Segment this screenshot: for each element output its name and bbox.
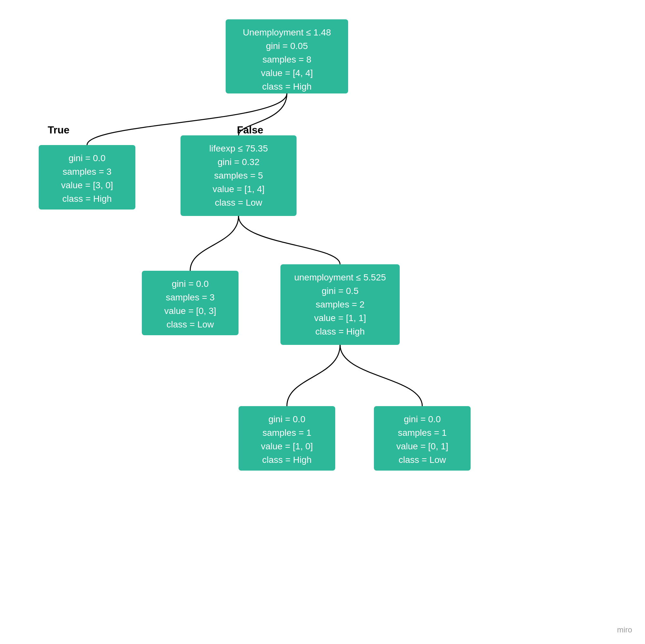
node-leaf-lr: gini = 0.0 samples = 1 value = [0, 1] cl… xyxy=(374,406,471,471)
node-r1r-line3: samples = 2 xyxy=(288,298,392,311)
node-r1r-line5: class = High xyxy=(288,325,392,339)
watermark: miro xyxy=(617,625,632,634)
node-right1-line4: value = [1, 4] xyxy=(188,182,289,196)
node-lr-line1: gini = 0.0 xyxy=(382,413,463,426)
node-root: Unemployment ≤ 1.48 gini = 0.05 samples … xyxy=(226,19,348,93)
node-left1-line3: value = [3, 0] xyxy=(46,179,128,192)
node-ll-line3: value = [1, 0] xyxy=(246,440,328,453)
node-left1-line4: class = High xyxy=(46,192,128,206)
false-label: False xyxy=(237,124,263,136)
node-r1r-line4: value = [1, 1] xyxy=(288,311,392,325)
node-lr-line3: value = [0, 1] xyxy=(382,440,463,453)
node-r1l-line4: class = Low xyxy=(150,318,231,331)
node-r1r-line1: unemployment ≤ 5.525 xyxy=(288,271,392,284)
node-right1-line2: gini = 0.32 xyxy=(188,155,289,169)
node-r1l-line3: value = [0, 3] xyxy=(150,304,231,318)
node-root-line3: samples = 8 xyxy=(233,53,341,66)
node-left1: gini = 0.0 samples = 3 value = [3, 0] cl… xyxy=(39,145,136,210)
node-left1-line1: gini = 0.0 xyxy=(46,152,128,165)
true-label: True xyxy=(48,124,70,136)
node-left1-line2: samples = 3 xyxy=(46,165,128,179)
node-ll-line1: gini = 0.0 xyxy=(246,413,328,426)
node-right1-line3: samples = 5 xyxy=(188,169,289,182)
tree-container: Unemployment ≤ 1.48 gini = 0.05 samples … xyxy=(0,0,645,644)
node-right1-right: unemployment ≤ 5.525 gini = 0.5 samples … xyxy=(280,264,400,345)
node-ll-line4: class = High xyxy=(246,453,328,467)
node-right1: lifeexp ≤ 75.35 gini = 0.32 samples = 5 … xyxy=(181,135,296,216)
node-root-line2: gini = 0.05 xyxy=(233,39,341,53)
node-root-line5: class = High xyxy=(233,80,341,93)
node-root-line1: Unemployment ≤ 1.48 xyxy=(233,26,341,39)
node-lr-line4: class = Low xyxy=(382,453,463,467)
node-lr-line2: samples = 1 xyxy=(382,426,463,440)
node-r1l-line2: samples = 3 xyxy=(150,291,231,304)
node-right1-line5: class = Low xyxy=(188,196,289,210)
node-leaf-ll: gini = 0.0 samples = 1 value = [1, 0] cl… xyxy=(238,406,335,471)
node-right1-left: gini = 0.0 samples = 3 value = [0, 3] cl… xyxy=(142,271,238,335)
node-ll-line2: samples = 1 xyxy=(246,426,328,440)
node-r1l-line1: gini = 0.0 xyxy=(150,277,231,291)
node-right1-line1: lifeexp ≤ 75.35 xyxy=(188,142,289,155)
node-root-line4: value = [4, 4] xyxy=(233,66,341,80)
node-r1r-line2: gini = 0.5 xyxy=(288,284,392,298)
